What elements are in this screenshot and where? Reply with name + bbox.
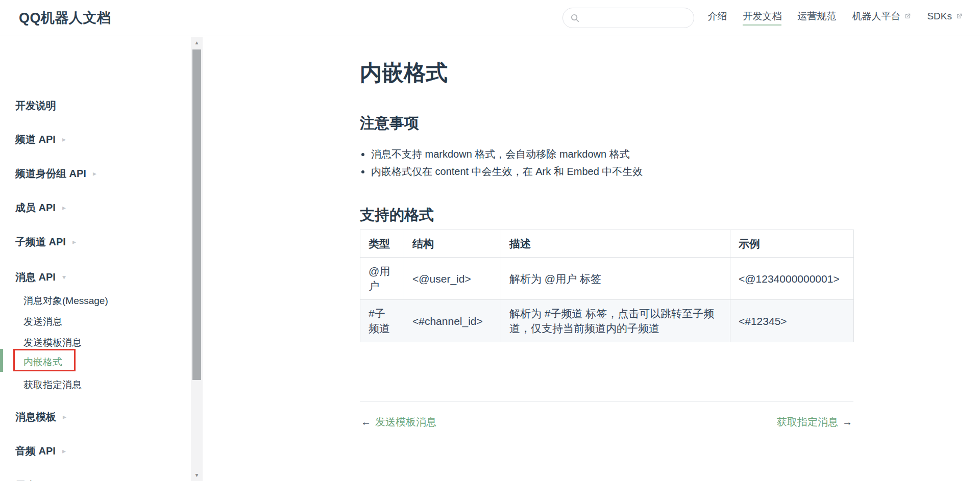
table-header-cell: 描述: [501, 230, 730, 258]
nav-link-label: 运营规范: [797, 11, 836, 22]
search-box[interactable]: [562, 8, 694, 28]
sidebar-item-label: 内嵌格式: [23, 357, 62, 367]
site-title[interactable]: QQ机器人文档: [19, 9, 111, 27]
sidebar-item-label: 消息 API: [15, 270, 56, 284]
table-cell: <@user_id>: [404, 258, 501, 300]
sidebar-item-label: 消息模板: [15, 410, 56, 423]
caret-down-icon: ▾: [62, 273, 66, 281]
sidebar-group-13[interactable]: 用户 API▸: [15, 479, 66, 481]
sidebar-item-label: 发送消息: [23, 316, 62, 327]
sidebar: 开发说明频道 API▸频道身份组 API▸成员 API▸子频道 API▸消息 A…: [0, 37, 204, 481]
right-arrow-icon: →: [842, 416, 852, 427]
table-header-cell: 结构: [404, 230, 501, 258]
table-cell: 解析为 @用户 标签: [501, 258, 730, 300]
nav-link-label: 开发文档: [743, 11, 781, 22]
nav-link-0[interactable]: 介绍: [707, 11, 727, 26]
main-content: 内嵌格式 注意事项 消息不支持 markdown 格式，会自动移除 markdo…: [360, 37, 853, 428]
sidebar-item-label: 用户 API: [15, 479, 56, 481]
sidebar-item-label: 频道身份组 API: [15, 167, 86, 180]
nav-link-2[interactable]: 运营规范: [797, 11, 836, 26]
nav-link-3[interactable]: 机器人平台: [852, 11, 911, 26]
table-cell: <@1234000000001>: [730, 258, 854, 300]
navbar: QQ机器人文档 介绍开发文档运营规范机器人平台SDKs: [0, 0, 980, 36]
sidebar-item-label: 音频 API: [15, 444, 56, 458]
sidebar-group-4[interactable]: 子频道 API▸: [15, 235, 76, 248]
table-header-row: 类型结构描述示例: [360, 230, 854, 258]
external-link-icon: [955, 13, 963, 20]
sidebar-group-11[interactable]: 消息模板▸: [15, 410, 66, 423]
sidebar-item-label: 获取指定消息: [23, 379, 82, 390]
caret-right-icon: ▸: [72, 238, 76, 245]
sidebar-item-label: 子频道 API: [15, 235, 66, 248]
sidebar-item-label: 消息对象(Message): [23, 295, 108, 306]
page-nav: ←发送模板消息 获取指定消息→: [360, 401, 853, 428]
page-title: 内嵌格式: [360, 59, 853, 86]
navbar-right: 介绍开发文档运营规范机器人平台SDKs: [562, 8, 963, 28]
external-link-icon: [904, 13, 911, 20]
prev-page: ←发送模板消息: [361, 415, 436, 428]
search-icon: [570, 13, 580, 23]
left-arrow-icon: ←: [361, 416, 371, 427]
scroll-down-button[interactable]: ▼: [191, 469, 203, 481]
section-heading-formats: 支持的格式: [360, 206, 853, 224]
prev-page-link[interactable]: 发送模板消息: [375, 416, 436, 427]
table-row-0: @用户<@user_id>解析为 @用户 标签<@1234000000001>: [360, 258, 854, 300]
table-cell: 解析为 #子频道 标签，点击可以跳转至子频道，仅支持当前频道内的子频道: [501, 300, 730, 342]
formats-table: 类型结构描述示例 @用户<@user_id>解析为 @用户 标签<@123400…: [360, 230, 854, 342]
sidebar-group-1[interactable]: 频道 API▸: [15, 133, 66, 146]
table-row-1: #子频道<#channel_id>解析为 #子频道 标签，点击可以跳转至子频道，…: [360, 300, 854, 342]
caret-right-icon: ▸: [62, 447, 66, 454]
sidebar-group-5[interactable]: 消息 API▾: [15, 270, 66, 284]
table-cell: <#channel_id>: [404, 300, 501, 342]
sidebar-item-7[interactable]: 发送消息: [23, 315, 62, 328]
caret-right-icon: ▸: [62, 136, 66, 143]
sidebar-item-label: 发送模板消息: [23, 337, 82, 348]
note-item-1: 内嵌格式仅在 content 中会生效，在 Ark 和 Embed 中不生效: [371, 163, 853, 180]
app: QQ机器人文档 介绍开发文档运营规范机器人平台SDKs 开发说明频道 API▸频…: [0, 0, 980, 481]
scrollbar-thumb[interactable]: [192, 49, 201, 380]
search-input[interactable]: [585, 13, 687, 23]
sidebar-item-10[interactable]: 获取指定消息: [23, 378, 82, 392]
sidebar-item-label: 开发说明: [15, 99, 56, 112]
nav-link-label: SDKs: [927, 11, 952, 22]
caret-right-icon: ▸: [93, 170, 96, 177]
sidebar-item-6[interactable]: 消息对象(Message): [23, 294, 108, 308]
caret-right-icon: ▸: [63, 413, 66, 420]
caret-right-icon: ▸: [62, 204, 66, 211]
sidebar-group-12[interactable]: 音频 API▸: [15, 444, 66, 458]
sidebar-item-9[interactable]: 内嵌格式: [23, 356, 62, 369]
sidebar-group-2[interactable]: 频道身份组 API▸: [15, 167, 96, 180]
nav-link-1[interactable]: 开发文档: [743, 11, 781, 26]
table-cell: <#12345>: [730, 300, 854, 342]
next-page: 获取指定消息→: [777, 415, 852, 428]
sidebar-item-8[interactable]: 发送模板消息: [23, 336, 82, 349]
sidebar-group-0[interactable]: 开发说明: [15, 99, 56, 112]
nav-link-4[interactable]: SDKs: [927, 11, 963, 26]
table-header-cell: 示例: [730, 230, 854, 258]
note-item-0: 消息不支持 markdown 格式，会自动移除 markdown 格式: [371, 145, 853, 163]
next-page-link[interactable]: 获取指定消息: [777, 416, 838, 427]
scroll-up-button[interactable]: ▲: [191, 37, 203, 48]
sidebar-scrollbar[interactable]: ▲ ▼: [191, 37, 203, 481]
notes-list: 消息不支持 markdown 格式，会自动移除 markdown 格式内嵌格式仅…: [360, 145, 853, 180]
nav-link-label: 介绍: [707, 11, 727, 22]
section-heading-notes: 注意事项: [360, 114, 853, 132]
sidebar-group-3[interactable]: 成员 API▸: [15, 201, 66, 214]
sidebar-item-label: 成员 API: [15, 201, 56, 214]
nav-link-label: 机器人平台: [852, 11, 900, 22]
sidebar-item-label: 频道 API: [15, 133, 56, 146]
table-cell: #子频道: [360, 300, 404, 342]
nav-links: 介绍开发文档运营规范机器人平台SDKs: [707, 11, 963, 26]
table-cell: @用户: [360, 258, 404, 300]
table-header-cell: 类型: [360, 230, 404, 258]
active-item-indicator: [0, 349, 3, 372]
